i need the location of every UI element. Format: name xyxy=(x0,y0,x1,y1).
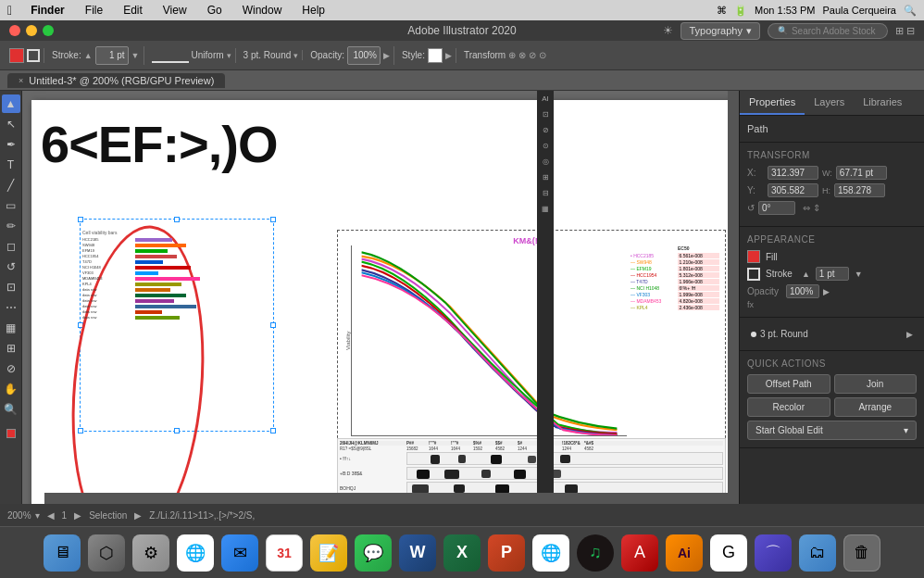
menu-finder[interactable]: Finder xyxy=(25,2,70,19)
canvas-area[interactable]: 6<EF:>,)O xyxy=(22,91,739,504)
opacity-value-display[interactable] xyxy=(786,284,819,298)
x-input[interactable] xyxy=(768,166,818,180)
ai-icon-7[interactable]: ⊟ xyxy=(539,189,552,202)
next-arrow[interactable]: ▶ xyxy=(74,510,81,521)
dock-google[interactable]: G xyxy=(708,533,749,573)
opacity-value-input[interactable] xyxy=(347,46,381,65)
dock-chrome-2[interactable]: 🌐 xyxy=(531,533,571,573)
dock-trash[interactable]: 🗑 xyxy=(842,533,882,573)
close-button[interactable] xyxy=(9,25,20,36)
arrange-button[interactable]: Arrange xyxy=(834,397,918,417)
recolor-button[interactable]: Recolor xyxy=(747,397,830,417)
stroke-value-input[interactable] xyxy=(95,46,129,65)
dock-finder[interactable]: 🖥 xyxy=(42,533,82,573)
pen-tool[interactable]: ✒ xyxy=(2,135,20,154)
selection-tool[interactable]: ▲ xyxy=(2,94,20,113)
horizontal-scrollbar[interactable] xyxy=(44,493,739,504)
ai-icon-2[interactable]: ⊡ xyxy=(539,110,552,123)
start-global-edit-button[interactable]: Start Global Edit ▾ xyxy=(747,421,917,440)
menu-help[interactable]: Help xyxy=(296,2,331,19)
style-swatch[interactable] xyxy=(428,48,443,63)
h-input[interactable] xyxy=(834,183,885,197)
shape-tool[interactable]: ▭ xyxy=(2,196,20,215)
zoom-arrow[interactable]: ▾ xyxy=(35,510,40,521)
prev-arrow[interactable]: ◀ xyxy=(47,510,55,521)
maximize-button[interactable] xyxy=(43,25,54,36)
rotate-tool[interactable]: ↺ xyxy=(2,258,20,276)
stroke-up-icon[interactable]: ▲ xyxy=(802,270,810,279)
handle-rc[interactable] xyxy=(270,322,276,328)
opacity-arrow[interactable]: ▶ xyxy=(383,51,390,60)
ai-icon-5[interactable]: ◎ xyxy=(539,157,552,170)
handle-br[interactable] xyxy=(270,428,276,434)
fill-color-swatch[interactable] xyxy=(9,48,24,63)
document-tab[interactable]: × Untitled-3* @ 200% (RGB/GPU Preview) xyxy=(7,73,225,88)
search-icon[interactable]: 🔍 xyxy=(904,5,917,17)
menu-edit[interactable]: Edit xyxy=(118,2,148,19)
dock-calendar[interactable]: 31 xyxy=(264,533,305,573)
menu-file[interactable]: File xyxy=(80,2,108,19)
menu-window[interactable]: Window xyxy=(237,2,288,19)
dock-finder-2[interactable]: 🗂 xyxy=(797,533,838,573)
dock-powerpoint[interactable]: P xyxy=(486,533,527,573)
tab-close-icon[interactable]: × xyxy=(19,76,23,85)
typography-button[interactable]: Typography ▾ xyxy=(681,22,759,40)
dock-chrome[interactable]: 🌐 xyxy=(175,533,216,573)
type-tool[interactable]: T xyxy=(2,156,20,174)
dock-messages[interactable]: 💬 xyxy=(353,533,393,573)
stroke-down-icon[interactable]: ▼ xyxy=(855,270,863,279)
pencil-tool[interactable]: ✏ xyxy=(2,217,20,235)
stroke-up-arrow[interactable]: ▲ xyxy=(84,51,93,60)
chevron-down-icon-uniform[interactable]: ▾ xyxy=(227,51,231,60)
mesh-tool[interactable]: ⊞ xyxy=(2,339,20,358)
nav-arrow-right[interactable]: ▶ xyxy=(134,510,142,521)
fill-indicator[interactable] xyxy=(2,424,20,443)
ai-icon-8[interactable]: ▦ xyxy=(539,205,552,218)
chevron-down-icon-round[interactable]: ▾ xyxy=(293,51,298,60)
eraser-tool[interactable]: ◻ xyxy=(2,237,20,256)
blend-tool[interactable]: ⋯ xyxy=(2,298,20,317)
w-input[interactable] xyxy=(836,166,887,180)
brush-arrow[interactable]: ▶ xyxy=(906,330,913,339)
rotate-input[interactable] xyxy=(758,201,795,215)
hand-tool[interactable]: ✋ xyxy=(2,380,20,398)
opacity-arrow-right[interactable]: ▶ xyxy=(823,287,830,296)
minimize-button[interactable] xyxy=(26,25,37,36)
ai-icon-4[interactable]: ⊙ xyxy=(539,142,552,155)
dock-acrobat[interactable]: A xyxy=(619,533,660,573)
stroke-pt-input[interactable] xyxy=(816,267,849,281)
handle-tl[interactable] xyxy=(78,217,83,222)
vertical-scrollbar[interactable] xyxy=(728,91,739,493)
tab-libraries[interactable]: Libraries xyxy=(854,91,911,115)
join-button[interactable]: Join xyxy=(834,374,918,394)
tab-properties[interactable]: Properties xyxy=(740,91,805,115)
gradient-tool[interactable]: ▦ xyxy=(2,319,20,337)
offset-path-button[interactable]: Offset Path xyxy=(747,374,830,394)
dock-launchpad[interactable]: ⬡ xyxy=(86,533,127,573)
menu-go[interactable]: Go xyxy=(202,2,228,19)
tab-layers[interactable]: Layers xyxy=(805,91,854,115)
y-input[interactable] xyxy=(768,183,818,197)
direct-selection-tool[interactable]: ↖ xyxy=(2,115,20,133)
dock-excel[interactable]: X xyxy=(442,533,482,573)
dock-mail[interactable]: ✉ xyxy=(219,533,260,573)
dock-illustrator[interactable]: Ai xyxy=(664,533,705,573)
dock-word[interactable]: W xyxy=(397,533,438,573)
ai-icon-6[interactable]: ⊞ xyxy=(539,173,552,186)
dock-system-prefs[interactable]: ⚙ xyxy=(131,533,171,573)
stroke-color-swatch[interactable] xyxy=(27,49,40,62)
dock-arc[interactable]: ⌒ xyxy=(753,533,793,573)
ai-icon-3[interactable]: ⊘ xyxy=(539,126,552,139)
ai-icon-1[interactable]: AI xyxy=(539,94,552,107)
dock-spotify[interactable]: ♫ xyxy=(575,533,616,573)
zoom-tool[interactable]: 🔍 xyxy=(2,400,20,419)
apple-logo[interactable]:  xyxy=(7,3,12,18)
scale-tool[interactable]: ⊡ xyxy=(2,278,20,296)
line-tool[interactable]: ╱ xyxy=(2,176,20,195)
menu-view[interactable]: View xyxy=(157,2,193,19)
style-arrow[interactable]: ▶ xyxy=(445,51,452,60)
handle-tr[interactable] xyxy=(270,217,276,222)
zoom-value[interactable]: 200% xyxy=(7,510,31,521)
fill-color-icon[interactable] xyxy=(747,250,760,263)
eyedropper-tool[interactable]: ⊘ xyxy=(2,359,20,378)
